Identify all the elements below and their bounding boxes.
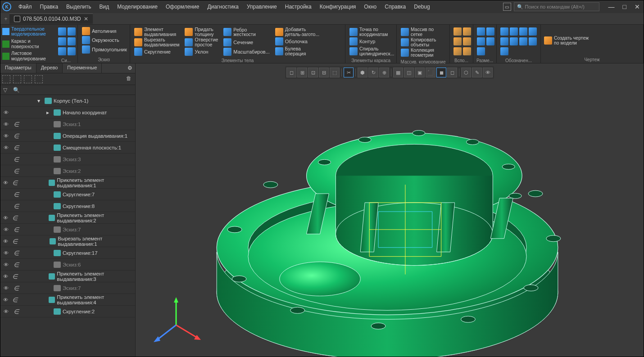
create-drawing-button[interactable]: Создать чертежпо модели	[543, 27, 590, 54]
visibility-icon[interactable]: 👁	[2, 122, 10, 127]
point-button[interactable]: Точка покоординатам	[348, 27, 395, 37]
an8-icon[interactable]	[529, 37, 537, 45]
tree-row[interactable]: 👁∈Скругление:17	[0, 247, 135, 259]
include-icon[interactable]: ∈	[11, 273, 18, 280]
visibility-icon[interactable]: 👁	[2, 274, 9, 279]
cut-button[interactable]: Вырезатьвыдавливанием	[133, 37, 181, 47]
menu-diag[interactable]: Диагностика	[204, 2, 242, 12]
tree-tb3-icon[interactable]	[24, 75, 32, 83]
save-icon[interactable]	[58, 27, 66, 36]
include-icon[interactable]: ∈	[11, 238, 18, 245]
an7-icon[interactable]	[519, 37, 527, 45]
aux5-icon[interactable]	[454, 47, 462, 55]
visibility-icon[interactable]: 👁	[2, 309, 10, 314]
rect-button[interactable]: Прямоугольник	[81, 45, 128, 54]
tree-row[interactable]: 👁∈Эскиз:1	[0, 118, 135, 130]
dim2-icon[interactable]	[486, 27, 494, 36]
new-doc-button[interactable]: +	[2, 16, 9, 22]
collection-button[interactable]: Коллекциягеометрии	[399, 47, 438, 58]
visibility-icon[interactable]: 👁	[2, 180, 9, 185]
menu-view[interactable]: Вид	[95, 2, 113, 12]
tree-row[interactable]: 👁∈Вырезать элемент выдавливания:1	[0, 235, 135, 247]
fillet-button[interactable]: Скругление	[133, 47, 181, 56]
tab-params[interactable]: Параметры	[0, 63, 36, 73]
visibility-icon[interactable]: 👁	[2, 227, 10, 232]
include-icon[interactable]: ∈	[12, 144, 20, 151]
tree-tb4-icon[interactable]	[35, 75, 43, 83]
scale-button[interactable]: Масштабиров...	[222, 47, 271, 56]
visibility-icon[interactable]: 👁	[2, 133, 10, 139]
include-icon[interactable]: ∈	[12, 121, 20, 128]
contour-button[interactable]: Контур	[348, 37, 395, 46]
include-icon[interactable]: ∈	[12, 261, 20, 268]
tree-row[interactable]: ∈Скругление:8	[0, 200, 135, 212]
maximize-button[interactable]: □	[621, 2, 628, 11]
draft-button[interactable]: Уклон	[183, 47, 219, 56]
doc-tab[interactable]: 078.505.0.0104.00.M3D ✕	[9, 14, 93, 24]
tree-row[interactable]: ∈Эскиз:2	[0, 165, 135, 177]
layout-icon[interactable]: ▭	[503, 3, 511, 11]
thicken-button[interactable]: Придатьтолщину	[183, 27, 219, 37]
trash-icon[interactable]: 🗑	[126, 75, 133, 83]
panel-gear-icon[interactable]: ⚙	[125, 63, 135, 73]
shell-button[interactable]: Оболочка	[274, 37, 321, 46]
an4-icon[interactable]	[529, 27, 537, 36]
close-button[interactable]: ✕	[633, 2, 642, 11]
an3-icon[interactable]	[519, 27, 527, 36]
dim4-icon[interactable]	[486, 37, 494, 45]
include-icon[interactable]: ∈	[12, 308, 20, 315]
include-icon[interactable]: ∈	[11, 296, 18, 303]
spiral-button[interactable]: Спиральцилиндрическ...	[348, 46, 395, 56]
tree-row[interactable]: 👁∈Приклеить элемент выдавливания:4	[0, 294, 135, 306]
an2-icon[interactable]	[510, 27, 518, 36]
tree-tb1-icon[interactable]	[2, 75, 10, 83]
an6-icon[interactable]	[510, 37, 518, 45]
visibility-icon[interactable]: 👁	[2, 250, 10, 256]
filter-search-icon[interactable]: 🔍	[13, 87, 20, 93]
menu-debug[interactable]: Debug	[410, 2, 433, 12]
tree-row[interactable]: 👁∈Эскиз:6	[0, 259, 135, 271]
visibility-icon[interactable]: 👁	[2, 239, 9, 244]
include-icon[interactable]: ∈	[12, 156, 20, 163]
command-search[interactable]: 🔍 Поиск по командам (Alt+/)	[514, 2, 599, 11]
extrude-button[interactable]: Элементвыдавливания	[133, 27, 181, 37]
tree-caret[interactable]: ▾	[37, 98, 43, 104]
rib-button[interactable]: Реброжесткости	[222, 27, 271, 37]
tree-tb2-icon[interactable]	[13, 75, 21, 83]
mode-solid[interactable]: Твердотельное моделирование	[2, 26, 53, 38]
tree-row[interactable]: 👁∈Приклеить элемент выдавливания:2	[0, 212, 135, 224]
visibility-icon[interactable]: 👁	[2, 145, 10, 150]
dim3-icon[interactable]	[477, 37, 485, 45]
menu-file[interactable]: Файл	[15, 2, 36, 12]
menu-config[interactable]: Конфигурация	[316, 2, 360, 12]
minimize-button[interactable]: —	[607, 2, 617, 11]
an5-icon[interactable]	[500, 37, 508, 45]
menu-manage[interactable]: Управление	[243, 2, 281, 12]
include-icon[interactable]: ∈	[11, 214, 18, 221]
tree-row[interactable]: ∈Эскиз:3	[0, 154, 135, 165]
menu-help[interactable]: Справка	[381, 2, 409, 12]
visibility-icon[interactable]: 👁	[2, 262, 10, 267]
mode-wire[interactable]: Каркас и поверхности	[2, 38, 53, 50]
redo-icon[interactable]	[68, 47, 76, 55]
tree-row[interactable]: ▾Корпус (Тел-1)	[0, 95, 135, 107]
viewport[interactable]: ◻ ⊞ ⊡ ⊟ ⬚ ✂ ⬢ ↻ ⊕ ▦ ◫ ▣ ⬛ ◼ ◻ ⬡ ✎ 👁	[136, 63, 644, 357]
tree-row[interactable]: 👁∈Эскиз:7	[0, 282, 135, 294]
menu-select[interactable]: Выделить	[63, 2, 95, 12]
tree-caret[interactable]: ▸	[46, 109, 52, 116]
circle-button[interactable]: Окружность	[81, 36, 128, 45]
section-button[interactable]: Сечение	[222, 38, 271, 47]
include-icon[interactable]: ∈	[12, 191, 20, 198]
menu-settings[interactable]: Настройка	[281, 2, 315, 12]
autoline-button[interactable]: Автолиния	[81, 27, 128, 36]
dim1-icon[interactable]	[477, 27, 485, 36]
include-icon[interactable]: ∈	[12, 132, 20, 140]
include-icon[interactable]: ∈	[12, 285, 20, 292]
tree-row[interactable]: 👁∈Эскиз:7	[0, 224, 135, 235]
include-icon[interactable]: ∈	[12, 249, 20, 257]
visibility-icon[interactable]: 👁	[2, 297, 9, 303]
an1-icon[interactable]	[500, 27, 508, 36]
tree-row[interactable]: 👁▸Начало координат	[0, 107, 135, 118]
tree-row[interactable]: 👁∈Операция выдавливания:1	[0, 130, 135, 142]
menu-edit[interactable]: Правка	[36, 2, 62, 12]
